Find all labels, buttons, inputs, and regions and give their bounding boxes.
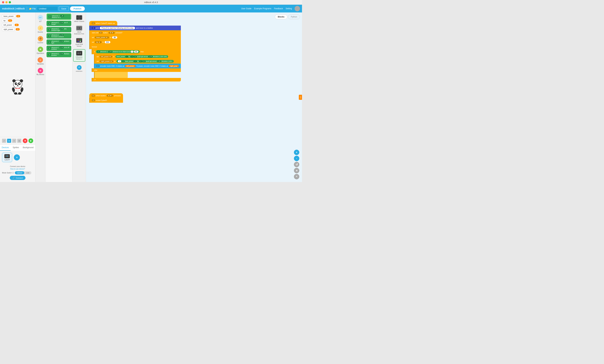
ext-mbot2-ext[interactable]: mBot2 Extension Port bbox=[73, 24, 85, 36]
block-item-4[interactable]: ⊡ ultrasonic 2 1 ▼ increases ambient bbox=[47, 33, 71, 38]
svg-rect-24 bbox=[80, 27, 81, 29]
stop-button[interactable]: ■ bbox=[23, 138, 27, 143]
forever-close: ↺ bbox=[92, 78, 181, 82]
base-power-value[interactable]: 30 bbox=[112, 36, 117, 38]
mode-live[interactable]: Live bbox=[24, 171, 31, 174]
user-guide-link[interactable]: User Guide bbox=[241, 7, 252, 10]
if-block[interactable]: if ⊡ ultrasonic 2 1 ▼ distance to an obj… bbox=[92, 49, 181, 54]
set-base-power-block[interactable]: set base_power ▼ to 30 bbox=[89, 35, 181, 40]
run-button[interactable]: ▶ bbox=[28, 138, 33, 143]
quad-rgb-label: Quad RGB Sensor bbox=[74, 43, 85, 47]
print-text-chip: Press B to start line following and A to… bbox=[100, 27, 135, 29]
setting-link[interactable]: Setting bbox=[286, 7, 292, 10]
set-kp-block[interactable]: set kp ▼ to 0.5 bbox=[89, 40, 181, 44]
zoom-reset-button[interactable]: ↺ bbox=[294, 162, 299, 167]
right-power-dropdown[interactable]: right_power ▼ bbox=[100, 60, 113, 62]
block-item-3[interactable]: ⊡ ultrasonic 2 1 ▼ sets ambient light bbox=[47, 27, 71, 32]
block-item-1[interactable]: ⊡ ultrasonic 2 1 ▼ distance to a bbox=[47, 13, 71, 20]
ultrasonic-condition-chip[interactable]: ⊡ ultrasonic 2 1 ▼ distance to an object… bbox=[96, 50, 140, 53]
add-extension-icon[interactable]: + bbox=[77, 65, 82, 70]
minimize-button[interactable] bbox=[5, 1, 8, 3]
when-cyberpi-group: ⊡ when CyberPi starts up ⊡ print Press B… bbox=[89, 21, 181, 82]
encoder-icon: ⊡ bbox=[97, 65, 99, 67]
ext-ultrasonic2[interactable]: Ultrasonic Sensor 2 bbox=[73, 49, 85, 62]
left-power-dropdown[interactable]: left_power ▼ bbox=[100, 56, 112, 58]
window-title: mBlock v5.4.3 bbox=[144, 1, 158, 3]
block-item-6[interactable]: ⊡ ultrasonic 2 1 ▼ turns off ambient bbox=[47, 46, 71, 51]
svg-point-6 bbox=[16, 83, 17, 84]
tile-view-icon[interactable]: ⊟ bbox=[17, 139, 21, 143]
block-item-5[interactable]: ⊡ ultrasonic 2 1 ▼ ambient light bbox=[47, 39, 71, 45]
project-title-input[interactable] bbox=[37, 7, 57, 11]
add-extension-label: extension bbox=[76, 70, 82, 72]
tabs-row: Devices Sprites Background bbox=[0, 145, 35, 151]
fullscreen-button[interactable] bbox=[9, 1, 11, 3]
svg-point-16 bbox=[7, 156, 8, 157]
tab-devices[interactable]: Devices bbox=[0, 145, 11, 151]
kp-value[interactable]: 0.5 bbox=[105, 41, 110, 43]
hat-when-cyberpi[interactable]: ⊡ when CyberPi starts up bbox=[89, 21, 117, 25]
set-right-power-block[interactable]: set right_power ▼ to -1 × base_power + k… bbox=[94, 59, 181, 64]
svg-point-19 bbox=[80, 18, 82, 20]
category-variables[interactable]: x Variables bbox=[36, 56, 45, 66]
canvas-area[interactable]: Blocks Python ⊡ when CyberPi starts bbox=[86, 12, 302, 182]
hat-when-button[interactable]: ⊡ when button A ▼ pressed bbox=[89, 93, 123, 98]
set-left-power-block[interactable]: set left_power ▼ to base_power - kp × ⊡ … bbox=[94, 54, 181, 59]
separator bbox=[74, 63, 84, 63]
panel-tools: ⤢ ⊞ ≡ ⊟ ■ ▶ bbox=[0, 137, 35, 145]
distance-value[interactable]: 50 bbox=[134, 51, 138, 53]
restart-label: restart CyberPi bbox=[96, 99, 107, 101]
right-pow-chip: right_pow bbox=[169, 65, 179, 67]
wait-until-block[interactable]: wait until ⊡ button B ▼ pressed? bbox=[89, 30, 181, 35]
block-item-2[interactable]: ⊡ ultrasonic 2 1 ▼ out of range? bbox=[47, 21, 71, 26]
category-operators[interactable]: ✚ Operators bbox=[36, 45, 45, 56]
file-menu[interactable]: 📁 File bbox=[29, 7, 36, 10]
zoom-in-button[interactable]: + bbox=[294, 150, 299, 155]
feedback-link[interactable]: Feedback bbox=[274, 7, 283, 10]
expand-view-icon[interactable]: ⤢ bbox=[2, 139, 6, 143]
zoom-fit-button[interactable]: ⊞ bbox=[294, 168, 299, 173]
add-device-button[interactable]: + bbox=[14, 154, 20, 160]
close-button[interactable] bbox=[2, 1, 4, 3]
ultrasonic2-icon bbox=[76, 51, 82, 56]
button-b-chip[interactable]: B ▼ bbox=[109, 32, 115, 34]
avatar[interactable] bbox=[295, 6, 300, 11]
print-block[interactable]: ⊡ print Press B to start line following … bbox=[89, 25, 181, 30]
save-button[interactable]: Save bbox=[59, 6, 69, 11]
ext-quad-rgb[interactable]: Quad RGB Sensor bbox=[73, 37, 85, 49]
button-a-dropdown[interactable]: A ▼ bbox=[107, 95, 113, 97]
ext-mbot2-chassis[interactable]: mBot2 Chassis bbox=[73, 14, 85, 24]
svg-point-2 bbox=[12, 79, 16, 82]
cyberpi-device[interactable]: × CyberPi bbox=[2, 153, 12, 162]
kp-dropdown[interactable]: kp ▼ bbox=[95, 41, 101, 43]
category-control[interactable]: ⏱ Control bbox=[37, 35, 44, 45]
variable-kp: kp 0 bbox=[2, 19, 33, 22]
separator bbox=[27, 7, 27, 11]
block-item-7[interactable]: ⊡ ultrasonic 2 1 ▼ displays emotion bbox=[47, 52, 71, 57]
tab-background[interactable]: Background bbox=[21, 145, 35, 151]
connect-button[interactable]: 🔗 Connect bbox=[10, 176, 25, 180]
tab-sprites[interactable]: Sprites bbox=[11, 145, 21, 151]
menu-bar: makeblock | mBlock 📁 File Save Publish U… bbox=[0, 5, 302, 12]
list-view-icon[interactable]: ≡ bbox=[12, 139, 16, 143]
sensor-num-dropdown[interactable]: 1 ▼ bbox=[108, 51, 112, 53]
zoom-out-button[interactable]: - bbox=[294, 156, 299, 161]
code-toggle-right[interactable]: </> bbox=[299, 95, 302, 100]
zoom-equal-button[interactable]: = bbox=[294, 174, 299, 179]
publish-button[interactable]: Publish bbox=[70, 6, 85, 11]
how-to-link[interactable]: How to use device? bbox=[2, 168, 33, 170]
grid-view-icon[interactable]: ⊞ bbox=[7, 139, 11, 143]
category-events[interactable]: ⚡ Events bbox=[37, 24, 44, 34]
devices-section: × CyberPi + bbox=[0, 151, 35, 164]
add-extension[interactable]: + extension bbox=[76, 64, 82, 72]
forever-block[interactable]: forever bbox=[89, 44, 181, 49]
category-myblocks[interactable]: ⊕ My Blocks bbox=[36, 66, 45, 77]
mbot2-ext-icon bbox=[76, 26, 82, 30]
example-programs-link[interactable]: Example Programs bbox=[254, 7, 271, 10]
base-power-dropdown[interactable]: base_power ▼ bbox=[95, 36, 109, 38]
mode-upload[interactable]: Upload bbox=[15, 171, 24, 174]
restart-block[interactable]: ⊡ restart CyberPi bbox=[89, 98, 123, 103]
encoder-motor-block[interactable]: ⊡ encoder motor EM1 ↺ rotates at left_po… bbox=[94, 64, 181, 68]
category-iot[interactable]: IoT IoT bbox=[37, 13, 44, 24]
else-body bbox=[94, 72, 128, 78]
